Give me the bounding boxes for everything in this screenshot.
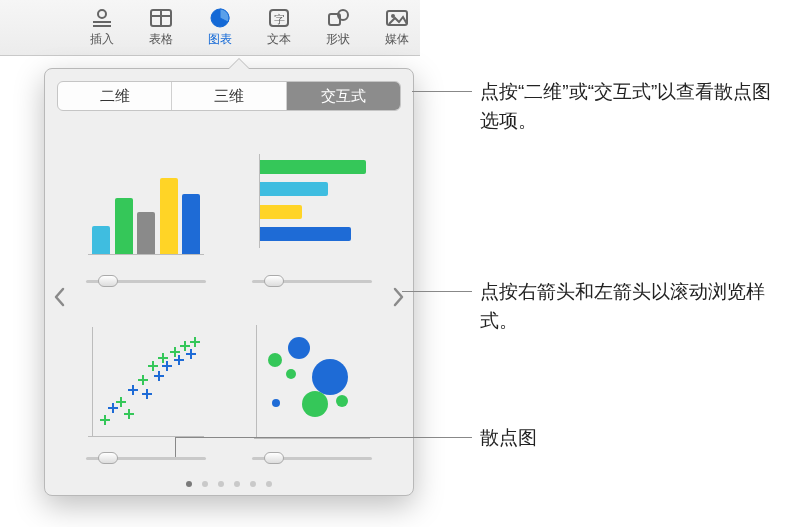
- chart-style-scatter[interactable]: [79, 308, 213, 464]
- text-icon: 字: [266, 7, 292, 29]
- svg-point-0: [98, 10, 106, 18]
- tool-label: 图表: [208, 31, 232, 48]
- tab-interactive[interactable]: 交互式: [287, 82, 400, 110]
- slider-icon: [86, 453, 206, 463]
- tool-label: 插入: [90, 31, 114, 48]
- tool-label: 媒体: [385, 31, 409, 48]
- chart-style-area: [45, 124, 413, 469]
- tab-2d[interactable]: 二维: [58, 82, 172, 110]
- tool-shape[interactable]: 形状: [314, 3, 361, 53]
- table-icon: [148, 7, 174, 29]
- callout-text: 点按右箭头和左箭头以滚动浏览样式。: [480, 281, 765, 331]
- chart-dimension-segmented: 二维 三维 交互式: [57, 81, 401, 111]
- chart-style-bar[interactable]: [245, 130, 379, 286]
- tool-label: 文本: [267, 31, 291, 48]
- tab-3d[interactable]: 三维: [172, 82, 286, 110]
- svg-rect-1: [93, 21, 111, 23]
- tool-text[interactable]: 字 文本: [255, 3, 302, 53]
- chart-popover: 二维 三维 交互式: [44, 68, 414, 496]
- callout-scatter: 散点图: [480, 424, 680, 453]
- chart-style-column[interactable]: [79, 130, 213, 286]
- callout-text: 点按“二维”或“交互式”以查看散点图选项。: [480, 81, 771, 131]
- tool-table[interactable]: 表格: [137, 3, 184, 53]
- tool-chart[interactable]: 图表: [196, 3, 243, 53]
- insert-icon: [89, 7, 115, 29]
- next-arrow[interactable]: [387, 277, 411, 317]
- tool-label: 形状: [326, 31, 350, 48]
- callout-text: 散点图: [480, 427, 537, 448]
- callout-arrows: 点按右箭头和左箭头以滚动浏览样式。: [480, 278, 790, 335]
- slider-icon: [252, 276, 372, 286]
- toolbar: 插入 表格 图表 字 文本 形状 媒体: [0, 0, 420, 56]
- callout-segmented: 点按“二维”或“交互式”以查看散点图选项。: [480, 78, 790, 135]
- tool-media[interactable]: 媒体: [373, 3, 420, 53]
- page-dots[interactable]: [45, 481, 413, 487]
- slider-icon: [252, 453, 372, 463]
- tool-label: 表格: [149, 31, 173, 48]
- shape-icon: [325, 7, 351, 29]
- chart-icon: [207, 7, 233, 29]
- media-icon: [384, 7, 410, 29]
- svg-text:字: 字: [273, 13, 284, 25]
- svg-rect-2: [93, 25, 111, 27]
- chart-style-grid: [79, 130, 379, 463]
- tool-insert[interactable]: 插入: [78, 3, 125, 53]
- prev-arrow[interactable]: [47, 277, 71, 317]
- slider-icon: [86, 276, 206, 286]
- chart-style-bubble[interactable]: [245, 308, 379, 464]
